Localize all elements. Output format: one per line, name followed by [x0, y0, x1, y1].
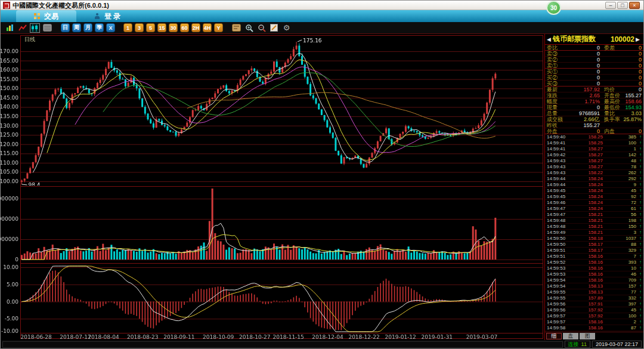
tab-login-label: 登 录 — [104, 11, 120, 21]
tick-price: 158.22 — [577, 170, 603, 175]
quote-summary-row: 现量0最低价154.93 — [545, 104, 643, 110]
minute-period-button[interactable]: Y — [214, 23, 223, 32]
bar-chart-icon[interactable] — [5, 23, 15, 33]
trend-line-icon[interactable] — [17, 23, 27, 33]
tick-time: 14:59:48 — [547, 218, 577, 223]
quote-cell: 0 — [569, 63, 600, 69]
minimize-button[interactable]: – — [605, 2, 616, 9]
quote-cell: 2.66亿 — [569, 116, 600, 122]
quote-cell: 155.27 — [569, 122, 600, 128]
next-instrument-arrow[interactable]: ▶ — [636, 36, 642, 42]
tick-time: 14:59:45 — [547, 194, 577, 199]
tick-row: 14:59:55157.89332↑ — [545, 295, 643, 301]
tab-detail[interactable]: 细 — [546, 333, 562, 339]
tick-time: 14:59:52 — [547, 260, 577, 265]
quote-cell: 开盘价 — [600, 92, 624, 98]
gear-icon[interactable]: ⚙ — [281, 23, 292, 33]
tick-volume: 1037 — [603, 236, 636, 241]
tick-row: 14:59:54158.16709↑ — [545, 277, 643, 283]
tab-orderbook[interactable]: 盘 — [563, 333, 578, 339]
maximize-button[interactable]: □ — [617, 2, 628, 9]
tick-row: 14:59:45158.2445↑ — [545, 188, 643, 194]
quote-cell: 0 — [569, 81, 600, 87]
tick-volume: 78 — [603, 164, 636, 169]
tick-direction-icon: ↑ — [636, 248, 642, 253]
person-icon — [94, 13, 100, 19]
quote-cell: 均价 — [600, 87, 624, 92]
zoom-out-icon[interactable] — [256, 23, 267, 33]
minute-period-button[interactable]: 60 — [180, 23, 189, 32]
quote-cell: 换手率 — [600, 116, 624, 122]
tick-volume: 1 — [603, 146, 636, 152]
tick-direction-icon: ↑ — [636, 182, 642, 187]
minute-period-button[interactable]: 2H — [191, 23, 200, 32]
zoom-in-icon[interactable] — [244, 23, 254, 33]
tab-trade-label: 交易 — [44, 11, 58, 21]
tick-price: 158.27 — [577, 146, 603, 152]
period-button[interactable]: 周 — [72, 23, 81, 32]
tick-volume: 2 — [603, 319, 636, 325]
quote-cell: 0 — [624, 69, 642, 75]
app-logo-icon — [3, 2, 10, 9]
board-icon[interactable] — [42, 23, 52, 33]
tick-row: 14:59:50158.1788↑ — [545, 242, 643, 248]
quote-bottom-tabs: 细 盘 图 — [545, 332, 643, 340]
tick-row: 14:59:51158.17329↑ — [545, 248, 643, 254]
tick-price: 158.27 — [577, 152, 603, 157]
minute-period-button[interactable]: 4H — [203, 23, 212, 32]
tick-row: 14:59:41158.271↑ — [545, 146, 643, 152]
tab-login[interactable]: 登 录 — [76, 10, 138, 22]
custom-period-icon[interactable] — [231, 23, 242, 33]
close-button[interactable]: × — [629, 2, 640, 9]
quote-cell: 成交额 — [547, 116, 569, 122]
tick-time: 14:59:57 — [547, 313, 577, 319]
candlestick-icon[interactable] — [30, 23, 40, 33]
tick-row: 14:59:43158.2778↑ — [545, 164, 643, 170]
edit-icon[interactable] — [269, 23, 279, 33]
kline-chart-canvas[interactable] — [1, 34, 544, 340]
tick-direction-icon: ↑ — [636, 188, 642, 193]
tab-trade[interactable]: 交易 — [16, 10, 76, 22]
tick-row: 14:59:49158.213↑ — [545, 230, 643, 236]
tick-volume: 46 — [603, 271, 636, 277]
chart-area[interactable]: 日线 — [1, 34, 544, 340]
period-button[interactable]: X — [106, 23, 115, 32]
tick-direction-icon: ↑ — [636, 176, 642, 181]
minute-period-button[interactable]: 3 — [135, 23, 144, 32]
period-button[interactable]: 季 — [95, 23, 104, 32]
quote-cell: 最高价 — [600, 98, 624, 104]
tab-minichart[interactable]: 图 — [580, 333, 595, 339]
minute-period-button[interactable]: 1 — [123, 23, 132, 32]
minute-period-button[interactable]: 15 — [157, 23, 166, 32]
tick-time: 14:59:43 — [547, 164, 577, 169]
quote-summary-row: 总量9768591量比3.03 — [545, 110, 643, 116]
prev-instrument-arrow[interactable]: ◀ — [547, 36, 553, 42]
tick-volume: 72 — [603, 200, 636, 205]
tick-price: 158.27 — [577, 158, 603, 163]
tick-direction-icon: ↑ — [636, 140, 642, 146]
instrument-code: 100002 — [611, 35, 634, 44]
tick-volume: 150 — [603, 224, 636, 229]
tick-row: 14:59:52158.16393↑ — [545, 260, 643, 265]
tick-direction-icon: ↑ — [636, 236, 642, 241]
minute-period-button[interactable]: 30 — [169, 23, 178, 32]
quote-cell: 买③ — [547, 81, 569, 87]
tick-row: 14:59:48158.21198↑ — [545, 218, 643, 224]
tick-volume: 262 — [603, 170, 636, 175]
period-button[interactable]: 月 — [83, 23, 92, 32]
tick-row: 14:59:48158.21150↑ — [545, 224, 643, 230]
tick-price: 158.17 — [577, 248, 603, 253]
tick-volume: 329 — [603, 248, 636, 253]
tick-direction-icon: ↑ — [636, 158, 642, 163]
quote-cell: 买② — [547, 75, 569, 81]
tick-row: 14:59:50158.181037↑ — [545, 236, 643, 242]
period-button[interactable]: 日 — [61, 23, 70, 32]
tick-price: 158.16 — [577, 271, 603, 277]
tick-price: 158.16 — [577, 265, 603, 271]
tick-time: 14:59:54 — [547, 283, 577, 289]
tick-volume: 157 — [603, 283, 636, 289]
quote-cell: 0 — [624, 81, 642, 87]
quote-cell: 最低价 — [600, 104, 624, 110]
minute-period-button[interactable]: 5 — [146, 23, 155, 32]
quote-cell: 0 — [569, 75, 600, 81]
